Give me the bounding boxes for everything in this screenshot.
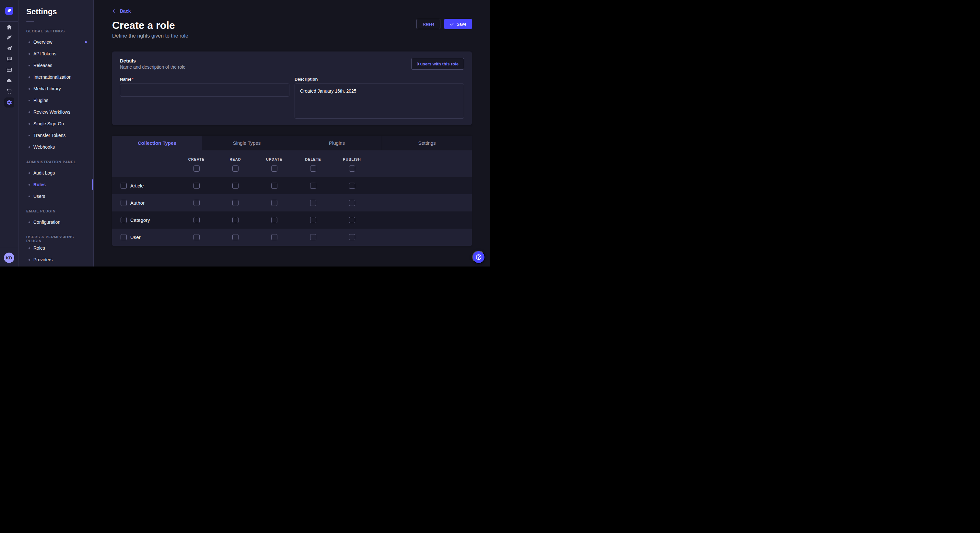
article-create-checkbox[interactable] xyxy=(194,182,200,189)
sidebar-item-label: Providers xyxy=(33,257,52,262)
tab-collection-types[interactable]: Collection Types xyxy=(112,136,202,150)
table-row: Category xyxy=(112,211,472,228)
save-label: Save xyxy=(457,22,466,27)
header-actions: Reset Save xyxy=(417,19,472,29)
sidebar-item-media-library[interactable]: Media Library xyxy=(19,83,93,95)
user-avatar[interactable]: KD xyxy=(4,252,14,263)
row-select-checkbox[interactable] xyxy=(121,200,127,206)
sidebar-item-roles[interactable]: Roles xyxy=(19,242,93,254)
main-content: Back Create a role Define the rights giv… xyxy=(94,0,490,266)
checkbox-cell xyxy=(255,200,294,206)
strapi-logo-icon xyxy=(5,7,13,15)
sidebar-item-webhooks[interactable]: Webhooks xyxy=(19,141,93,153)
bullet-icon xyxy=(29,100,30,102)
category-read-checkbox[interactable] xyxy=(232,217,239,223)
author-create-checkbox[interactable] xyxy=(194,200,200,206)
sidebar-item-label: Audit Logs xyxy=(33,170,55,176)
sidebar-item-single-sign-on[interactable]: Single Sign-On xyxy=(19,118,93,130)
sidebar-item-label: Overview xyxy=(33,40,52,45)
tab-plugins[interactable]: Plugins xyxy=(292,136,382,150)
rail-item-home[interactable] xyxy=(4,23,14,31)
sidebar-item-releases[interactable]: Releases xyxy=(19,60,93,71)
column-header: PUBLISH xyxy=(332,157,371,161)
row-select-checkbox[interactable] xyxy=(121,182,127,189)
user-update-checkbox[interactable] xyxy=(271,234,277,240)
sidebar-item-providers[interactable]: Providers xyxy=(19,254,93,265)
sidebar-item-roles[interactable]: Roles xyxy=(19,179,93,190)
checkbox-cell xyxy=(294,217,332,223)
media-pictures-icon xyxy=(6,56,12,62)
bullet-icon xyxy=(29,41,30,43)
rail-item-layout-panel[interactable] xyxy=(4,65,14,74)
back-label: Back xyxy=(120,8,130,14)
select-all-publish-checkbox[interactable] xyxy=(349,165,355,171)
select-all-read-checkbox[interactable] xyxy=(232,165,239,171)
user-publish-checkbox[interactable] xyxy=(349,234,355,240)
user-read-checkbox[interactable] xyxy=(232,234,239,240)
tab-single-types[interactable]: Single Types xyxy=(202,136,292,150)
article-publish-checkbox[interactable] xyxy=(349,182,355,189)
author-update-checkbox[interactable] xyxy=(271,200,277,206)
author-read-checkbox[interactable] xyxy=(232,200,239,206)
tab-settings[interactable]: Settings xyxy=(382,136,472,150)
category-publish-checkbox[interactable] xyxy=(349,217,355,223)
article-update-checkbox[interactable] xyxy=(271,182,277,189)
sidebar-item-overview[interactable]: Overview xyxy=(19,36,93,48)
rail-item-settings-gear[interactable] xyxy=(4,97,14,108)
sidebar-item-users[interactable]: Users xyxy=(19,190,93,202)
rail-item-cloud[interactable] xyxy=(4,76,14,84)
rail-item-media-pictures[interactable] xyxy=(4,55,14,63)
bullet-icon xyxy=(29,146,30,148)
author-delete-checkbox[interactable] xyxy=(310,200,316,206)
users-with-role-button[interactable]: 0 users with this role xyxy=(411,58,464,70)
row-select-checkbox[interactable] xyxy=(121,234,127,240)
sidebar-item-review-workflows[interactable]: Review Workflows xyxy=(19,106,93,118)
category-update-checkbox[interactable] xyxy=(271,217,277,223)
checkbox-cell xyxy=(294,182,332,189)
rail-item-paper-plane[interactable] xyxy=(4,44,14,52)
strapi-logo[interactable] xyxy=(5,7,13,15)
sidebar-item-internationalization[interactable]: Internationalization xyxy=(19,71,93,83)
user-create-checkbox[interactable] xyxy=(194,234,200,240)
sidebar-item-transfer-tokens[interactable]: Transfer Tokens xyxy=(19,130,93,141)
sidebar-section: EMAIL PLUGIN Configuration xyxy=(19,209,93,228)
bullet-icon xyxy=(29,123,30,125)
sidebar-item-api-tokens[interactable]: API Tokens xyxy=(19,48,93,60)
help-button[interactable] xyxy=(472,251,485,263)
description-textarea[interactable] xyxy=(294,84,464,119)
checkbox-cell xyxy=(294,234,332,240)
sidebar-item-label: Plugins xyxy=(33,98,48,103)
select-all-delete-checkbox[interactable] xyxy=(310,165,316,171)
description-field-group: Description xyxy=(294,77,464,120)
checkbox-cell xyxy=(255,234,294,240)
entity-label: Article xyxy=(130,183,144,189)
bullet-icon xyxy=(29,88,30,90)
checkbox-cell xyxy=(177,165,216,171)
save-button[interactable]: Save xyxy=(444,19,472,29)
select-all-update-checkbox[interactable] xyxy=(271,165,277,171)
category-delete-checkbox[interactable] xyxy=(310,217,316,223)
rail-divider xyxy=(0,21,18,22)
checkbox-cell xyxy=(216,200,255,206)
select-all-create-checkbox[interactable] xyxy=(194,165,200,171)
article-delete-checkbox[interactable] xyxy=(310,182,316,189)
sidebar-item-plugins[interactable]: Plugins xyxy=(19,95,93,106)
category-create-checkbox[interactable] xyxy=(194,217,200,223)
bullet-icon xyxy=(29,111,30,113)
sidebar-item-audit-logs[interactable]: Audit Logs xyxy=(19,167,93,179)
description-label: Description xyxy=(294,77,464,82)
reset-button[interactable]: Reset xyxy=(417,19,440,29)
sidebar-section: ADMINISTRATION PANEL Audit Logs Roles Us… xyxy=(19,160,93,202)
sidebar-item-configuration[interactable]: Configuration xyxy=(19,216,93,228)
author-publish-checkbox[interactable] xyxy=(349,200,355,206)
article-read-checkbox[interactable] xyxy=(232,182,239,189)
name-input[interactable] xyxy=(120,84,290,97)
bullet-icon xyxy=(29,172,30,174)
rail-item-feather-pen[interactable] xyxy=(4,33,14,42)
rail-item-cart[interactable] xyxy=(4,87,14,95)
table-row: Author xyxy=(112,194,472,211)
user-delete-checkbox[interactable] xyxy=(310,234,316,240)
back-link[interactable]: Back xyxy=(112,8,130,14)
column-header: UPDATE xyxy=(255,157,294,161)
row-select-checkbox[interactable] xyxy=(121,217,127,223)
